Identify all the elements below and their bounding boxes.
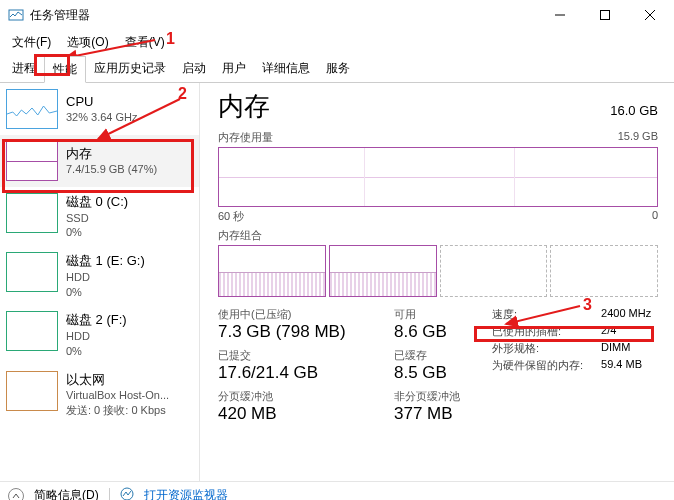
disk0-sub: SSD (66, 211, 128, 226)
svg-line-7 (506, 306, 580, 324)
disk0-title: 磁盘 0 (C:) (66, 193, 128, 211)
disk2-sub2: 0% (66, 344, 127, 359)
callout-3-arrow (500, 302, 590, 328)
tab-startup[interactable]: 启动 (174, 56, 214, 83)
slots-val: 2/4 (601, 324, 651, 339)
sidebar-item-ethernet[interactable]: 以太网 VirtualBox Host-On... 发送: 0 接收: 0 Kb… (0, 365, 199, 424)
menu-file[interactable]: 文件(F) (6, 32, 57, 53)
used-label: 使用中(已压缩) (218, 307, 376, 322)
tab-services[interactable]: 服务 (318, 56, 358, 83)
disk0-sub2: 0% (66, 225, 128, 240)
disk1-thumb (6, 252, 58, 292)
tab-app-history[interactable]: 应用历史记录 (86, 56, 174, 83)
axis-left: 60 秒 (218, 209, 244, 224)
disk1-sub: HDD (66, 270, 145, 285)
paged-label: 分页缓冲池 (218, 389, 376, 404)
speed-val: 2400 MHz (601, 307, 651, 322)
sidebar-item-disk2[interactable]: 磁盘 2 (F:) HDD 0% (0, 305, 199, 364)
cached-label: 已缓存 (394, 348, 474, 363)
paged-value: 420 MB (218, 404, 376, 424)
close-button[interactable] (627, 0, 672, 30)
nonpaged-label: 非分页缓冲池 (394, 389, 474, 404)
status-bar: 简略信息(D) 打开资源监视器 (0, 481, 674, 500)
sidebar-item-disk0[interactable]: 磁盘 0 (C:) SSD 0% (0, 187, 199, 246)
avail-value: 8.6 GB (394, 322, 474, 342)
eth-title: 以太网 (66, 371, 169, 389)
tab-performance[interactable]: 性能 (44, 56, 86, 83)
resmon-icon (120, 487, 134, 500)
used-value: 7.3 GB (798 MB) (218, 322, 376, 342)
window-title: 任务管理器 (30, 7, 537, 24)
maximize-button[interactable] (582, 0, 627, 30)
content: CPU 32% 3.64 GHz 内存 7.4/15.9 GB (47%) 磁盘… (0, 83, 674, 481)
composition-label: 内存组合 (218, 228, 262, 243)
svg-line-6 (98, 99, 180, 139)
mem-slot-1 (218, 245, 326, 297)
nonpaged-value: 377 MB (394, 404, 474, 424)
mem-title: 内存 (66, 145, 157, 163)
mem-slot-4 (550, 245, 658, 297)
disk2-title: 磁盘 2 (F:) (66, 311, 127, 329)
svg-rect-2 (600, 11, 609, 20)
app-icon (8, 7, 24, 23)
disk0-thumb (6, 193, 58, 233)
usage-label: 内存使用量 (218, 130, 273, 145)
stats-block: 使用中(已压缩) 7.3 GB (798 MB) 已提交 17.6/21.4 G… (218, 307, 658, 424)
form-key: 外形规格: (492, 341, 583, 356)
form-val: DIMM (601, 341, 651, 356)
disk2-thumb (6, 311, 58, 351)
cached-value: 8.5 GB (394, 363, 474, 383)
title-bar: 任务管理器 (0, 0, 674, 30)
sidebar-item-disk1[interactable]: 磁盘 1 (E: G:) HDD 0% (0, 246, 199, 305)
eth-thumb (6, 371, 58, 411)
sidebar: CPU 32% 3.64 GHz 内存 7.4/15.9 GB (47%) 磁盘… (0, 83, 200, 481)
mem-sub: 7.4/15.9 GB (47%) (66, 162, 157, 177)
divider (109, 488, 110, 501)
disk1-title: 磁盘 1 (E: G:) (66, 252, 145, 270)
chevron-up-icon[interactable] (8, 488, 24, 501)
eth-sub: VirtualBox Host-On... (66, 388, 169, 403)
mem-slot-2 (329, 245, 437, 297)
fewer-details-link[interactable]: 简略信息(D) (34, 487, 99, 500)
composition-graph (218, 245, 658, 297)
page-title: 内存 (218, 89, 270, 124)
usage-graph (218, 147, 658, 207)
commit-value: 17.6/21.4 GB (218, 363, 376, 383)
menu-bar: 文件(F) 选项(O) 查看(V) 1 (0, 30, 674, 55)
mem-slot-3 (440, 245, 548, 297)
tab-users[interactable]: 用户 (214, 56, 254, 83)
axis-right: 0 (652, 209, 658, 224)
hw-val: 59.4 MB (601, 358, 651, 373)
total-memory: 16.0 GB (610, 103, 658, 118)
usage-max: 15.9 GB (618, 130, 658, 145)
eth-sub2: 发送: 0 接收: 0 Kbps (66, 403, 169, 418)
tab-bar: 进程 性能 应用历史记录 启动 用户 详细信息 服务 (0, 55, 674, 83)
tab-details[interactable]: 详细信息 (254, 56, 318, 83)
open-resource-monitor-link[interactable]: 打开资源监视器 (144, 487, 228, 500)
minimize-button[interactable] (537, 0, 582, 30)
disk2-sub: HDD (66, 329, 127, 344)
commit-label: 已提交 (218, 348, 376, 363)
disk1-sub2: 0% (66, 285, 145, 300)
main-panel: 内存 16.0 GB 内存使用量 15.9 GB 60 秒 0 内存组合 使用中… (200, 83, 674, 481)
hw-key: 为硬件保留的内存: (492, 358, 583, 373)
callout-2-arrow (90, 95, 185, 145)
tab-processes[interactable]: 进程 (4, 56, 44, 83)
mem-thumb (6, 141, 58, 181)
cpu-thumb (6, 89, 58, 129)
avail-label: 可用 (394, 307, 474, 322)
